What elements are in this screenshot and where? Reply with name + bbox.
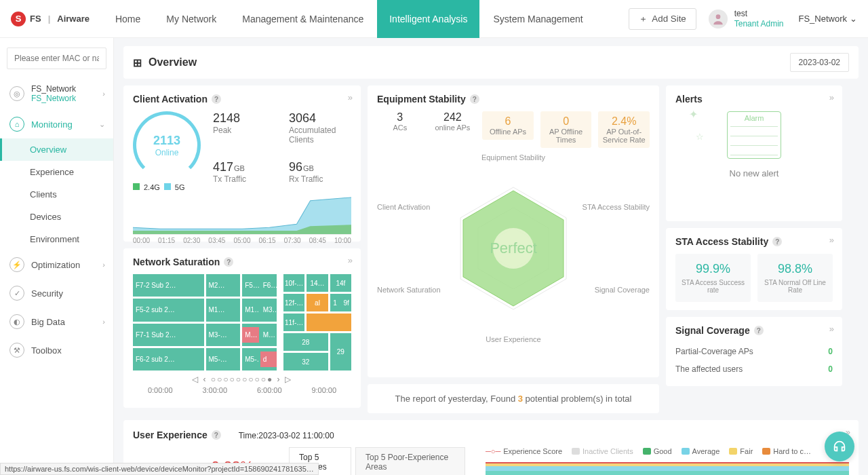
sidebar-toolbox[interactable]: ⚒ Toolbox <box>0 336 113 364</box>
site-selector[interactable]: FS_Network ⌄ <box>798 14 857 24</box>
sta-offline-value: 98.8% <box>762 262 829 276</box>
saturation-treemap-right[interactable]: 10f-…14…14f 12f-…al19f 11f-… 2829 32 <box>283 274 351 370</box>
expand-icon[interactable]: » <box>348 92 353 102</box>
online-value: 2113 <box>153 134 180 148</box>
partial-coverage-label: Partial-Coverage APs <box>675 347 753 356</box>
legend-5g: 5G <box>175 183 185 191</box>
monitor-icon: ⌂ <box>9 117 24 132</box>
grid-icon: ⊞ <box>133 56 142 69</box>
help-icon[interactable]: ? <box>212 94 221 104</box>
sidebar-monitoring-label: Monitoring <box>31 119 73 130</box>
saturation-times: 0:00:003:00:006:00:009:00:00 <box>133 386 351 394</box>
sidebar-network[interactable]: ◎ FS_Network FS_Network › <box>0 77 113 110</box>
user-area[interactable]: test Tenant Admin <box>709 9 784 28</box>
sidebar-security-label: Security <box>31 288 63 299</box>
help-icon[interactable]: ? <box>224 257 233 267</box>
saturation-treemap[interactable]: F7-2 Sub 2… M2… F5…F6… F5-2 sub 2… M1… M… <box>133 274 277 370</box>
help-icon[interactable]: ? <box>754 326 764 335</box>
sidebar-bigdata[interactable]: ◐ Big Data › <box>0 307 113 336</box>
sta-offline-label: STA Normal Off Line Rate <box>762 279 829 294</box>
sidebar-sub-devices[interactable]: Devices <box>0 206 113 228</box>
brand-name: Airware <box>57 14 90 24</box>
online-donut: 2113 Online <box>133 111 201 179</box>
tab-top-areas[interactable]: Top 5 Poor-Experience Areas <box>355 447 465 475</box>
sidebar-sub-clients[interactable]: Clients <box>0 183 113 206</box>
partial-coverage-value: 0 <box>828 347 833 356</box>
shield-icon: ✓ <box>9 286 24 301</box>
overview-header: ⊞ Overview 2023-03-02 <box>123 46 859 79</box>
content-area[interactable]: ⊞ Overview 2023-03-02 » Client Activatio… <box>114 38 868 475</box>
sidebar-toolbox-label: Toolbox <box>31 345 62 356</box>
peak-label: Peak <box>213 126 275 135</box>
add-site-label: Add Site <box>652 14 686 24</box>
add-site-button[interactable]: ＋ Add Site <box>629 8 696 30</box>
avatar <box>709 10 728 28</box>
radar-label-top: Equipment Stability <box>481 153 545 162</box>
rx-unit: GB <box>303 164 314 172</box>
accum-label: Accumulated Clients <box>289 126 351 145</box>
legend-24g: 2.4G <box>144 183 160 191</box>
nav-my-network[interactable]: My Network <box>154 0 229 38</box>
accum-value: 3064 <box>289 111 351 126</box>
sidebar-sub-environment[interactable]: Environment <box>0 228 113 250</box>
fs-logo-icon: S <box>11 12 26 26</box>
radar-label-b: User Experience <box>486 335 540 343</box>
radar-label-br: Signal Coverage <box>595 286 650 294</box>
help-icon[interactable]: ? <box>470 94 479 104</box>
ue-time-label: Time:2023-03-02 11:00:00 <box>239 431 334 440</box>
user-name: test <box>734 9 784 18</box>
online-label: Online <box>155 148 179 157</box>
card-title-equipment-stability: Equipment Stability <box>377 94 466 104</box>
site-selector-label: FS_Network <box>798 14 847 24</box>
ue-chart[interactable] <box>486 459 849 475</box>
sta-success-label: STA Access Success rate <box>679 279 747 294</box>
status-bar-url: https://airware-us.fs.com/wis-client-web… <box>0 463 319 475</box>
card-title-client-activation: Client Activation <box>133 94 208 104</box>
sidebar-sub-experience[interactable]: Experience <box>0 161 113 183</box>
affected-users-value: 0 <box>828 364 833 374</box>
card-sta-access: » STA Access Stability? 99.9%STA Access … <box>666 228 842 310</box>
expand-icon[interactable]: » <box>348 255 353 265</box>
nav-intelligent-analysis[interactable]: Intelligent Analysis <box>377 0 479 38</box>
expand-icon[interactable]: » <box>829 92 834 102</box>
help-icon[interactable]: ? <box>772 237 782 246</box>
legend-24g-5g: 2.4G 5G <box>133 183 201 191</box>
peak-value: 2148 <box>213 111 275 126</box>
tx-value: 417 <box>213 160 233 174</box>
affected-users-label: The affected users <box>675 364 743 374</box>
radar-label-tr: STA Access Stability <box>583 203 650 211</box>
nav-home[interactable]: Home <box>103 0 153 38</box>
rx-label: Rx Traffic <box>289 174 351 184</box>
sidebar-monitoring[interactable]: ⌂ Monitoring ⌄ <box>0 110 113 138</box>
star-icon: ☆ <box>696 132 704 142</box>
nav-system-mgmt[interactable]: System Management <box>481 0 595 38</box>
sidebar-optimization[interactable]: ⚡ Optimization › <box>0 250 113 279</box>
sidebar-bigdata-label: Big Data <box>31 317 65 327</box>
saturation-timeline-dots[interactable]: ◁ ‹ ○○○○○○○○○● › ▷ <box>133 375 351 384</box>
sidebar-sub-overview[interactable]: Overview <box>0 138 113 161</box>
no-alert-text: No new alert <box>675 168 833 178</box>
radar-chart[interactable]: Perfect Equipment Stability STA Access S… <box>377 153 650 343</box>
report-summary[interactable]: The report of yesterday, Found 3 potenti… <box>368 384 659 413</box>
help-icon[interactable]: ? <box>212 430 221 440</box>
sidebar-security[interactable]: ✓ Security <box>0 279 113 307</box>
location-icon: ◎ <box>9 86 24 101</box>
tx-unit: GB <box>234 164 245 172</box>
search-input[interactable] <box>7 48 106 69</box>
client-activation-chart[interactable] <box>133 194 351 235</box>
radar-label-tl: Client Activation <box>377 203 430 211</box>
expand-icon[interactable]: » <box>829 235 834 245</box>
network-name-2: FS_Network <box>31 94 76 103</box>
chevron-right-icon: › <box>102 90 105 98</box>
card-title-alerts: Alerts <box>675 94 833 104</box>
support-fab[interactable] <box>825 432 854 461</box>
chevron-right-icon: › <box>102 318 105 326</box>
nav-mgmt[interactable]: Management & Maintenance <box>230 0 376 38</box>
expand-icon[interactable]: » <box>829 324 834 334</box>
date-picker[interactable]: 2023-03-02 <box>790 53 849 72</box>
page-title: Overview <box>149 56 197 69</box>
user-role: Tenant Admin <box>734 19 784 28</box>
card-title-signal-coverage: Signal Coverage <box>675 325 750 336</box>
brand-fs: FS <box>30 14 41 24</box>
plus-icon: ＋ <box>639 13 648 25</box>
